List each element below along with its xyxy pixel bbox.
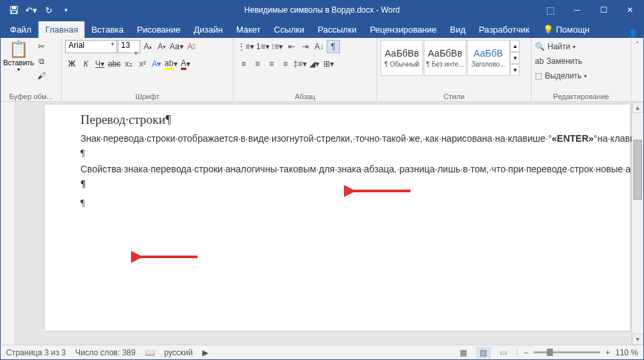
tab-design[interactable]: Дизайн bbox=[187, 21, 230, 38]
tab-mailings[interactable]: Рассылки bbox=[311, 21, 363, 38]
change-case-icon[interactable]: Aa▾ bbox=[169, 40, 184, 53]
shrink-font-icon[interactable]: A▾ bbox=[155, 40, 168, 53]
zoom-slider[interactable] bbox=[534, 351, 600, 353]
undo-icon[interactable]: ↶▾ bbox=[23, 2, 39, 18]
scroll-up-icon[interactable]: ▴ bbox=[632, 102, 643, 113]
find-button[interactable]: 🔍Найти▾ bbox=[535, 40, 587, 53]
tab-review[interactable]: Рецензирование bbox=[363, 21, 443, 38]
align-left-icon[interactable]: ≡ bbox=[237, 57, 250, 71]
styles-up-icon[interactable]: ▴ bbox=[510, 40, 520, 52]
font-color-icon[interactable]: A▾ bbox=[179, 57, 192, 71]
vertical-ruler[interactable] bbox=[1, 102, 15, 345]
shading-icon[interactable]: ◢▾ bbox=[308, 57, 321, 71]
bullet-list-icon[interactable]: ⋮≡▾ bbox=[237, 40, 255, 53]
select-button[interactable]: ⬚Выделить▾ bbox=[535, 69, 587, 83]
multilevel-list-icon[interactable]: ⁝≡▾ bbox=[271, 40, 284, 53]
tell-me[interactable]: 💡 Помощн bbox=[536, 21, 597, 38]
bold-button[interactable]: Ж bbox=[65, 57, 79, 71]
vertical-scrollbar[interactable]: ▴ ▾ bbox=[631, 102, 643, 345]
annotation-arrow-2 bbox=[131, 250, 204, 264]
status-bar: Страница 3 из 3 Число слов: 389 📖 русски… bbox=[1, 345, 643, 359]
underline-button[interactable]: Ч▾ bbox=[93, 57, 106, 71]
number-list-icon[interactable]: 1≡▾ bbox=[255, 40, 270, 53]
page-scroll[interactable]: Перевод·строки¶ Знак·перевода·строки·ото… bbox=[15, 102, 643, 345]
borders-icon[interactable]: ⊞▾ bbox=[322, 57, 335, 71]
highlight-icon[interactable]: ab▾ bbox=[164, 57, 178, 71]
share-icon: 👤 bbox=[628, 29, 638, 38]
tab-home[interactable]: Главная bbox=[39, 21, 84, 38]
group-styles: АаБбВв ¶ Обычный АаБбВв ¶ Без инте... Аа… bbox=[377, 38, 532, 101]
style-heading1[interactable]: АаБбВ Заголово... bbox=[467, 40, 510, 76]
tab-developer[interactable]: Разработчик bbox=[472, 21, 536, 38]
close-icon[interactable]: ✕ bbox=[617, 1, 643, 19]
strike-button[interactable]: abc bbox=[107, 57, 121, 71]
status-words[interactable]: Число слов: 389 bbox=[75, 348, 136, 357]
minimize-icon[interactable]: ─ bbox=[564, 1, 590, 19]
macro-icon[interactable]: ▶ bbox=[202, 348, 208, 357]
styles-down-icon[interactable]: ▾ bbox=[510, 52, 520, 64]
tab-file[interactable]: Файл bbox=[3, 21, 39, 38]
line-spacing-icon[interactable]: ‡≡▾ bbox=[293, 57, 307, 71]
view-web-icon[interactable]: ▭ bbox=[496, 347, 511, 359]
align-right-icon[interactable]: ≡ bbox=[265, 57, 278, 71]
view-print-icon[interactable]: ▤ bbox=[476, 347, 491, 359]
group-editing-label: Редактирование bbox=[535, 91, 627, 100]
indent-increase-icon[interactable]: ⇥ bbox=[299, 40, 312, 53]
group-editing: 🔍Найти▾ abЗаменить ⬚Выделить▾ Редактиров… bbox=[532, 38, 631, 101]
subscript-button[interactable]: x₂ bbox=[122, 57, 135, 71]
grow-font-icon[interactable]: A▴ bbox=[141, 40, 154, 53]
status-language[interactable]: русский bbox=[164, 348, 193, 357]
clear-format-icon[interactable]: A⃠ bbox=[185, 40, 198, 53]
tab-layout[interactable]: Макет bbox=[230, 21, 267, 38]
scroll-track[interactable] bbox=[632, 113, 643, 333]
status-page[interactable]: Страница 3 из 3 bbox=[6, 348, 66, 357]
doc-para-2[interactable]: Свойства·знака·перевода·строки·аналогичн… bbox=[80, 163, 594, 176]
tab-references[interactable]: Ссылки bbox=[267, 21, 311, 38]
spellcheck-icon[interactable]: 📖 bbox=[145, 348, 155, 357]
doc-heading[interactable]: Перевод·строки¶ bbox=[80, 112, 594, 127]
tab-view[interactable]: Вид bbox=[443, 21, 472, 38]
text-effects-icon[interactable]: A▾ bbox=[150, 57, 163, 71]
copy-icon[interactable]: ⧉ bbox=[35, 55, 48, 68]
style-nospacing[interactable]: АаБбВв ¶ Без инте... bbox=[424, 40, 466, 76]
collapse-ribbon-icon[interactable]: ˄ bbox=[635, 41, 639, 50]
show-marks-icon[interactable]: ¶ bbox=[327, 40, 340, 53]
maximize-icon[interactable]: ☐ bbox=[590, 1, 617, 19]
qat-customize-icon[interactable]: ▾ bbox=[58, 2, 74, 18]
superscript-button[interactable]: x² bbox=[136, 57, 149, 71]
redo-icon[interactable]: ↻ bbox=[41, 2, 57, 18]
sort-icon[interactable]: A↓ bbox=[313, 40, 326, 53]
indent-decrease-icon[interactable]: ⇤ bbox=[285, 40, 298, 53]
document-page[interactable]: Перевод·строки¶ Знак·перевода·строки·ото… bbox=[45, 104, 630, 331]
format-painter-icon[interactable]: 🖌 bbox=[35, 69, 48, 83]
doc-pilcrow-1[interactable]: ¶ bbox=[80, 178, 594, 191]
paste-dropdown-icon[interactable]: ▾ bbox=[17, 67, 20, 73]
doc-pilcrow-2[interactable]: ¶ bbox=[80, 198, 594, 210]
style-normal[interactable]: АаБбВв ¶ Обычный bbox=[381, 40, 423, 76]
paste-button[interactable]: 📋 Вставить ▾ bbox=[4, 40, 33, 73]
italic-button[interactable]: К bbox=[79, 57, 92, 71]
styles-gallery[interactable]: АаБбВв ¶ Обычный АаБбВв ¶ Без инте... Аа… bbox=[381, 40, 520, 76]
view-read-icon[interactable]: ▦ bbox=[456, 347, 471, 359]
align-justify-icon[interactable]: ≡ bbox=[279, 57, 292, 71]
window-title: Невидимые символы в Ворде.docx - Word bbox=[244, 5, 400, 15]
scroll-down-icon[interactable]: ▾ bbox=[632, 333, 643, 345]
font-name-select[interactable]: Arial bbox=[65, 40, 117, 53]
zoom-out-icon[interactable]: − bbox=[524, 348, 528, 357]
styles-more-icon[interactable]: ▾ bbox=[510, 64, 520, 76]
scroll-thumb[interactable] bbox=[633, 140, 642, 200]
ribbon-right: 👤 bbox=[628, 29, 643, 38]
tab-draw[interactable]: Рисование bbox=[130, 21, 187, 38]
cut-icon[interactable]: ✂ bbox=[35, 40, 48, 53]
zoom-in-icon[interactable]: + bbox=[605, 348, 610, 357]
doc-para-1[interactable]: Знак·перевода·строки·отображается·в·виде… bbox=[80, 132, 594, 145]
share-button[interactable]: 👤 bbox=[628, 29, 638, 38]
zoom-level[interactable]: 110 % bbox=[615, 348, 638, 357]
save-icon[interactable] bbox=[6, 2, 22, 18]
tab-insert[interactable]: Вставка bbox=[84, 21, 130, 38]
group-styles-label: Стили bbox=[381, 91, 528, 100]
replace-button[interactable]: abЗаменить bbox=[535, 55, 587, 68]
doc-empty-para[interactable]: ¶ bbox=[80, 148, 594, 160]
font-size-select[interactable]: 13 bbox=[118, 40, 140, 53]
align-center-icon[interactable]: ≡ bbox=[251, 57, 264, 71]
